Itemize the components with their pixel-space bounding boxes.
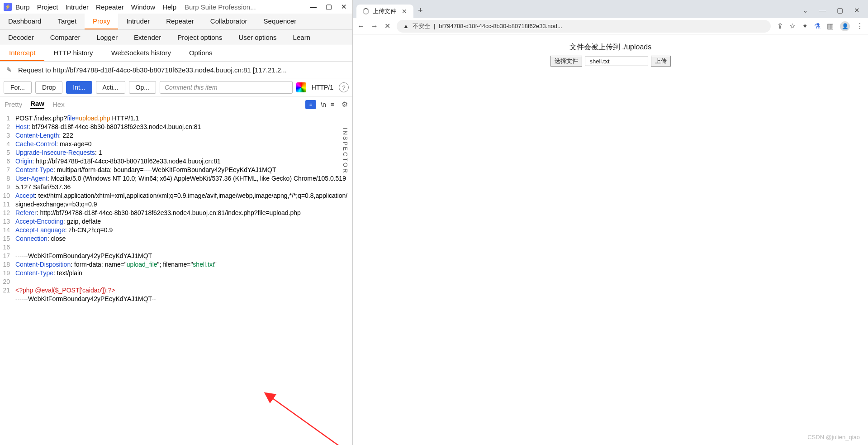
intercept-toggle-button[interactable]: Int...	[66, 81, 92, 94]
reading-list-icon[interactable]: ▥	[827, 22, 834, 30]
tab-logger[interactable]: Logger	[88, 30, 126, 45]
view-tab-pretty[interactable]: Pretty	[5, 100, 22, 108]
help-icon[interactable]: ?	[339, 82, 349, 92]
minimize-icon[interactable]: —	[310, 3, 317, 11]
tab-target[interactable]: Target	[49, 14, 85, 29]
maximize-icon[interactable]: ▢	[326, 3, 332, 11]
request-url: Request to http://bf794788-d18f-44cc-8b3…	[18, 66, 287, 74]
chrome-toolbar: ← → ✕ ▲ 不安全 | bf794788-d18f-44cc-8b30-b8…	[353, 18, 868, 34]
tab-title: 上传文件	[373, 7, 396, 15]
menu-help[interactable]: Help	[162, 3, 176, 11]
selected-filename: shell.txt	[585, 57, 648, 66]
tab-decoder[interactable]: Decoder	[0, 30, 42, 45]
highlight-color-icon[interactable]	[296, 82, 306, 92]
tab-repeater[interactable]: Repeater	[158, 14, 202, 29]
address-bar[interactable]: ▲ 不安全 | bf794788-d18f-44cc-8b30-b80718f6…	[397, 20, 771, 33]
minimize-icon[interactable]: —	[819, 6, 826, 14]
flask-icon[interactable]: ⚗	[814, 22, 821, 30]
request-editor[interactable]: 123456789101112131415161718192021 POST /…	[0, 112, 352, 445]
tab-project-options[interactable]: Project options	[169, 30, 230, 45]
edit-icon[interactable]: ✎	[5, 65, 14, 74]
upload-heading: 文件会被上传到 ./uploads	[569, 43, 651, 52]
loading-spinner-icon	[363, 8, 369, 14]
profile-avatar-icon[interactable]: 👤	[840, 21, 850, 31]
tab-comparer[interactable]: Comparer	[42, 30, 89, 45]
tab-proxy[interactable]: Proxy	[85, 14, 118, 29]
upload-form: 选择文件 shell.txt 上传	[550, 56, 671, 67]
gear-icon[interactable]: ⚙	[342, 100, 348, 109]
url-text: bf794788-d18f-44cc-8b30-b80718f62e33.nod…	[439, 23, 562, 29]
forward-icon[interactable]: →	[371, 22, 378, 30]
window-controls: — ▢ ✕	[310, 3, 349, 11]
menu-window[interactable]: Window	[131, 3, 155, 11]
hamburger-icon[interactable]: ≡	[331, 101, 334, 108]
http-version-label: HTTP/1	[310, 84, 335, 91]
subtab-websockets-history[interactable]: WebSockets history	[102, 45, 180, 61]
menu-project[interactable]: Project	[37, 3, 58, 11]
share-icon[interactable]: ⇪	[777, 22, 783, 30]
choose-file-button[interactable]: 选择文件	[550, 56, 582, 67]
browser-tab[interactable]: 上传文件 ✕	[356, 5, 413, 18]
tab-collaborator[interactable]: Collaborator	[202, 14, 256, 29]
insecure-label: 不安全	[413, 22, 430, 30]
burp-menubar: BurpProjectIntruderRepeaterWindowHelp	[15, 3, 176, 11]
tab-intruder[interactable]: Intruder	[118, 14, 158, 29]
burp-top-tabs-row2: DecoderComparerLoggerExtenderProject opt…	[0, 30, 352, 45]
message-view-tabs: Pretty Raw Hex ≡ \n ≡ ⚙	[0, 97, 352, 112]
subtab-options[interactable]: Options	[180, 45, 222, 61]
tab-extender[interactable]: Extender	[126, 30, 169, 45]
close-icon[interactable]: ✕	[341, 3, 347, 11]
open-browser-button[interactable]: Op...	[129, 81, 156, 94]
forward-button[interactable]: For...	[4, 81, 32, 94]
chrome-tab-strip: 上传文件 ✕ + ⌄ — ▢ ✕	[353, 0, 868, 18]
csdn-watermark: CSDN @julien_qiao	[807, 434, 860, 440]
upload-button[interactable]: 上传	[651, 56, 671, 67]
intercept-action-row: For... Drop Int... Acti... Op... Comment…	[0, 78, 352, 97]
menu-intruder[interactable]: Intruder	[65, 3, 89, 11]
newline-toggle[interactable]: \n	[321, 101, 326, 108]
drop-button[interactable]: Drop	[35, 81, 62, 94]
chrome-window-controls: ⌄ — ▢ ✕	[802, 6, 864, 18]
close-icon[interactable]: ✕	[854, 6, 860, 14]
new-tab-button[interactable]: +	[413, 3, 427, 18]
maximize-icon[interactable]: ▢	[837, 6, 843, 14]
render-mode-icon[interactable]: ≡	[305, 100, 316, 109]
burp-top-tabs: DashboardTargetProxyIntruderRepeaterColl…	[0, 14, 352, 30]
subtab-intercept[interactable]: Intercept	[0, 45, 44, 61]
burp-logo-icon: ⚡	[4, 3, 12, 11]
menu-burp[interactable]: Burp	[15, 3, 30, 11]
action-button[interactable]: Acti...	[96, 81, 125, 94]
star-icon[interactable]: ☆	[789, 22, 796, 30]
comment-input[interactable]: Comment this item	[160, 81, 293, 94]
tab-dashboard[interactable]: Dashboard	[0, 14, 49, 29]
tab-close-icon[interactable]: ✕	[402, 8, 407, 15]
view-tab-hex[interactable]: Hex	[52, 100, 65, 108]
proxy-sub-tabs: InterceptHTTP historyWebSockets historyO…	[0, 45, 352, 62]
menu-repeater[interactable]: Repeater	[96, 3, 124, 11]
extensions-icon[interactable]: ✦	[802, 22, 808, 30]
back-icon[interactable]: ←	[357, 22, 365, 30]
burp-window: ⚡ BurpProjectIntruderRepeaterWindowHelp …	[0, 0, 353, 445]
kebab-menu-icon[interactable]: ⋮	[856, 22, 863, 30]
chevron-down-icon[interactable]: ⌄	[802, 6, 808, 14]
insecure-warning-icon: ▲	[403, 23, 409, 29]
view-tab-raw[interactable]: Raw	[30, 100, 44, 109]
request-info-row: ✎ Request to http://bf794788-d18f-44cc-8…	[0, 62, 352, 78]
tab-sequencer[interactable]: Sequencer	[256, 14, 305, 29]
burp-titlebar: ⚡ BurpProjectIntruderRepeaterWindowHelp …	[0, 0, 352, 14]
page-content: 文件会被上传到 ./uploads 选择文件 shell.txt 上传 CSDN…	[353, 34, 868, 445]
stop-icon[interactable]: ✕	[384, 22, 390, 30]
subtab-http-history[interactable]: HTTP history	[44, 45, 102, 61]
inspector-panel-label[interactable]: INSPECTOR	[339, 126, 351, 176]
chrome-window: 上传文件 ✕ + ⌄ — ▢ ✕ ← → ✕ ▲ 不安全 | bf794788-…	[353, 0, 868, 445]
tab-user-options[interactable]: User options	[230, 30, 285, 45]
tab-learn[interactable]: Learn	[285, 30, 318, 45]
window-title: Burp Suite Profession...	[185, 3, 256, 11]
